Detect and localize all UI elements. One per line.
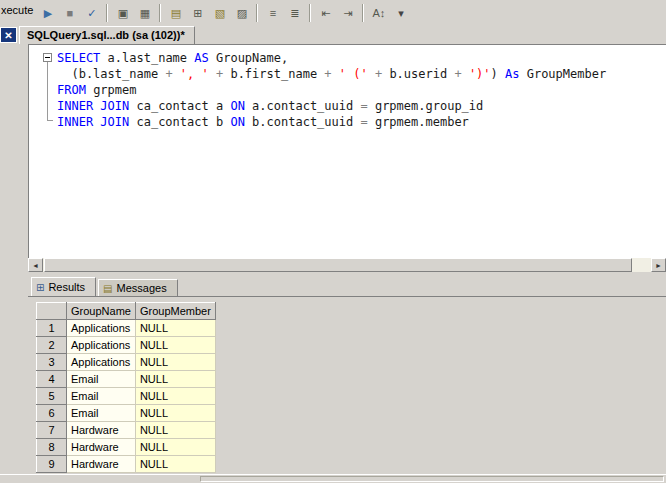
code-token: AS	[194, 51, 208, 65]
editor-code: SELECT a.last_name AS GroupName, (b.last…	[57, 50, 606, 130]
client-statistics-icon[interactable]: ▨	[231, 3, 252, 23]
code-token: ON	[230, 115, 244, 129]
code-token: a.contact_uuid	[245, 99, 361, 113]
cell-groupmember[interactable]: NULL	[135, 337, 215, 354]
estimated-plan-icon[interactable]: ▣	[112, 3, 133, 23]
tab-sqlquery1[interactable]: SQLQuery1.sql...db (sa (102))*	[19, 26, 195, 44]
execute-button-label[interactable]: xecute	[1, 4, 33, 16]
scroll-left-button[interactable]: ◄	[28, 258, 43, 272]
code-line[interactable]: FROM grpmem	[57, 82, 606, 98]
cell-groupmember[interactable]: NULL	[135, 422, 215, 439]
debug-play-icon[interactable]: ▶	[37, 3, 58, 23]
close-panel-button[interactable]: ✕	[0, 27, 17, 43]
code-fold-collapse-icon[interactable]	[43, 53, 52, 62]
code-token: ca_contact b	[129, 115, 230, 129]
outdent-icon[interactable]: ⇤	[315, 3, 336, 23]
code-token: b.userid	[389, 67, 454, 81]
code-token: grpmem.group_id	[368, 99, 484, 113]
tab-messages[interactable]: ▤Messages	[98, 279, 178, 296]
code-token: ' ('	[339, 67, 368, 81]
code-token: GroupMember	[519, 67, 606, 81]
table-row: 6EmailNULL	[37, 405, 216, 422]
table-row: 9HardwareNULL	[37, 456, 216, 473]
cell-groupmember[interactable]: NULL	[135, 388, 215, 405]
row-number-cell[interactable]: 3	[37, 354, 67, 371]
row-number-cell[interactable]: 9	[37, 456, 67, 473]
code-token	[368, 67, 375, 81]
cell-groupname[interactable]: Hardware	[67, 439, 136, 456]
row-number-cell[interactable]: 8	[37, 439, 67, 456]
code-line[interactable]: (b.last_name + ', ' + b.first_name + ' (…	[57, 66, 606, 82]
code-token: ON	[230, 99, 244, 113]
code-token: a.last_name	[100, 51, 194, 65]
toolbar-separator	[362, 4, 364, 22]
grid-corner-cell[interactable]	[37, 303, 67, 320]
code-line[interactable]: INNER JOIN ca_contact b ON b.contact_uui…	[57, 114, 606, 130]
cell-groupname[interactable]: Hardware	[67, 456, 136, 473]
parse-check-icon[interactable]: ✓	[81, 3, 102, 23]
results-tabstrip: ⊞Results▤Messages	[28, 276, 666, 296]
sql-editor[interactable]: SELECT a.last_name AS GroupName, (b.last…	[28, 44, 666, 258]
results-pane: GroupNameGroupMember 1ApplicationsNULL2A…	[28, 296, 666, 474]
include-actual-plan-icon[interactable]: ▧	[209, 3, 230, 23]
code-token: INNER JOIN	[57, 99, 129, 113]
code-token: ca_contact a	[129, 99, 230, 113]
code-fold-line-end	[47, 120, 53, 121]
code-line[interactable]: SELECT a.last_name AS GroupName,	[57, 50, 606, 66]
ssms-window: xecute ▶■✓▣▦▤⊞▧▨≡≣⇤⇥A↕▾ ✕ SQLQuery1.sql.…	[0, 0, 666, 483]
code-line[interactable]: INNER JOIN ca_contact a ON a.contact_uui…	[57, 98, 606, 114]
row-number-cell[interactable]: 1	[37, 320, 67, 337]
scrollbar-thumb[interactable]	[44, 258, 632, 272]
grid-body: 1ApplicationsNULL2ApplicationsNULL3Appli…	[37, 320, 216, 473]
stop-icon[interactable]: ■	[59, 3, 80, 23]
cell-groupmember[interactable]: NULL	[135, 405, 215, 422]
code-token: b.contact_uuid	[245, 115, 361, 129]
tab-results[interactable]: ⊞Results	[31, 277, 96, 296]
column-header-groupname[interactable]: GroupName	[67, 303, 136, 320]
results-to-text-icon[interactable]: ≡	[262, 3, 283, 23]
scroll-right-button[interactable]: ►	[651, 258, 666, 272]
code-token: ', '	[180, 67, 209, 81]
toolbar-separator	[106, 4, 108, 22]
table-row: 8HardwareNULL	[37, 439, 216, 456]
code-token: grpmem	[86, 83, 137, 97]
cell-groupname[interactable]: Email	[67, 371, 136, 388]
cell-groupname[interactable]: Applications	[67, 354, 136, 371]
query-options-icon[interactable]: ▦	[134, 3, 155, 23]
sort-case-icon[interactable]: A↕	[368, 3, 389, 23]
toolbar-separator	[309, 4, 311, 22]
toolbar-overflow-chevron-icon[interactable]: ▾	[390, 3, 411, 23]
cell-groupname[interactable]: Email	[67, 405, 136, 422]
editor-horizontal-scrollbar[interactable]: ◄ ►	[28, 258, 666, 272]
cell-groupmember[interactable]: NULL	[135, 354, 215, 371]
row-number-cell[interactable]: 2	[37, 337, 67, 354]
design-query-icon[interactable]: ⊞	[187, 3, 208, 23]
cell-groupname[interactable]: Email	[67, 388, 136, 405]
cell-groupmember[interactable]: NULL	[135, 371, 215, 388]
cell-groupname[interactable]: Applications	[67, 337, 136, 354]
row-number-cell[interactable]: 7	[37, 422, 67, 439]
results-to-grid-icon[interactable]: ≣	[284, 3, 305, 23]
code-token: grpmem.member	[368, 115, 469, 129]
specify-template-values-icon[interactable]: ▤	[165, 3, 186, 23]
cell-groupname[interactable]: Applications	[67, 320, 136, 337]
cell-groupmember[interactable]: NULL	[135, 456, 215, 473]
code-token: +	[375, 67, 389, 81]
indent-icon[interactable]: ⇥	[337, 3, 358, 23]
toolbar-separator	[159, 4, 161, 22]
code-token	[209, 67, 216, 81]
row-number-cell[interactable]: 5	[37, 388, 67, 405]
code-token: GroupName,	[209, 51, 288, 65]
grid-header-row: GroupNameGroupMember	[37, 303, 216, 320]
code-token: As	[505, 67, 519, 81]
cell-groupmember[interactable]: NULL	[135, 320, 215, 337]
messages-icon: ▤	[103, 283, 112, 294]
row-number-cell[interactable]: 6	[37, 405, 67, 422]
code-token: +	[216, 67, 230, 81]
code-token: +	[454, 67, 468, 81]
cell-groupname[interactable]: Hardware	[67, 422, 136, 439]
column-header-groupmember[interactable]: GroupMember	[135, 303, 215, 320]
row-number-cell[interactable]: 4	[37, 371, 67, 388]
cell-groupmember[interactable]: NULL	[135, 439, 215, 456]
table-row: 3ApplicationsNULL	[37, 354, 216, 371]
